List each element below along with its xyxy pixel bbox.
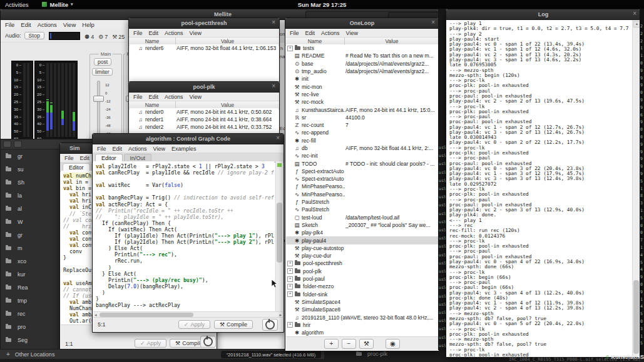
algorithm-titlebar[interactable]: algorithm : Control Graph Code × bbox=[93, 134, 284, 144]
menu-examples[interactable]: Examples bbox=[171, 146, 197, 152]
menu-file[interactable]: File bbox=[64, 155, 74, 161]
table-row[interactable]: +pool-plk bbox=[286, 268, 438, 275]
scrollbar-thumb[interactable] bbox=[277, 203, 282, 263]
table-row[interactable]: ✱algorithm bbox=[286, 329, 438, 336]
table-row[interactable]: ▤README# Read Me To start this on a new … bbox=[286, 52, 438, 59]
limiter-toggle[interactable]: limiter bbox=[92, 68, 113, 76]
table-row[interactable]: ƒPaulStretch bbox=[286, 198, 438, 206]
close-icon[interactable]: × bbox=[272, 19, 275, 26]
table-row[interactable]: +tests bbox=[286, 44, 438, 52]
clock[interactable]: Sun Mar 29 17:25 bbox=[298, 1, 347, 8]
table-row[interactable]: ∿rec-init bbox=[286, 152, 438, 159]
wrench-button[interactable]: ⚒ bbox=[359, 339, 374, 349]
algorithm-compile-button[interactable]: ⚒Compile bbox=[214, 320, 253, 329]
menu-edit[interactable]: Edit bbox=[80, 155, 90, 161]
menu-edit[interactable]: Edit bbox=[149, 94, 159, 100]
activities-button[interactable]: Activities bbox=[5, 1, 28, 8]
table-row[interactable]: ♫KunsthausStairca...AIFF, mono 24-bit in… bbox=[286, 106, 438, 113]
view-toggle-button[interactable] bbox=[14, 141, 22, 148]
table-row[interactable]: ✱play-plk4 bbox=[286, 229, 438, 236]
expander-icon[interactable]: + bbox=[287, 284, 293, 289]
expander-icon[interactable]: + bbox=[287, 276, 293, 282]
post-button[interactable]: post bbox=[94, 58, 111, 66]
table-row[interactable]: ♫dbAIFF, mono 32-bit float 44.1 kHz, 2:.… bbox=[286, 144, 438, 152]
table-row[interactable]: ℝsr44100.0 bbox=[286, 114, 438, 121]
menu-view[interactable]: View bbox=[63, 21, 76, 28]
table-row[interactable]: ⚒rec-live bbox=[286, 91, 438, 98]
log-text[interactable]: ---> play 1play-plk4: dir = true, t1 = 0… bbox=[449, 21, 632, 356]
slider-knob[interactable] bbox=[93, 96, 104, 102]
expander-icon[interactable]: + bbox=[287, 46, 293, 51]
menu-actions[interactable]: Actions bbox=[165, 30, 183, 36]
menu-file[interactable]: File bbox=[97, 146, 106, 152]
menu-file[interactable]: File bbox=[133, 30, 143, 36]
close-icon[interactable]: × bbox=[633, 11, 636, 17]
menu-actions[interactable]: Actions bbox=[128, 146, 147, 152]
table-row[interactable]: ƒSpect-extractAuto bbox=[286, 168, 438, 175]
table-row[interactable]: ▢test-loud/data/temp/test-loud.aif bbox=[286, 214, 438, 221]
log-titlebar[interactable]: Log × bbox=[446, 9, 640, 20]
expander-icon[interactable]: + bbox=[287, 261, 293, 266]
table-row[interactable]: ⚒play-cue-autostop bbox=[286, 244, 438, 252]
table-row[interactable]: ♫render1AIFF, mono 24-bit int 44.1 kHz, … bbox=[130, 116, 279, 123]
algorithm-code-editor[interactable]: val play2Idle = rPlay2.state < 1 || rPla… bbox=[93, 161, 274, 313]
table-row[interactable]: ⊙tmp_audio/data/projects/Almat/events/gr… bbox=[286, 68, 438, 75]
table-row[interactable]: ƒMinPhasePearso... bbox=[286, 183, 438, 190]
algorithm-apply-button[interactable]: ✓Apply bbox=[178, 320, 210, 329]
sim-power-button[interactable] bbox=[200, 336, 216, 348]
menu-edit[interactable]: Edit bbox=[305, 30, 315, 36]
table-row[interactable]: ⚒SimulateSpace4 bbox=[286, 298, 438, 306]
menu-help[interactable]: Help bbox=[82, 21, 95, 28]
table-row[interactable]: ∿MinPhasePearso... bbox=[286, 191, 438, 198]
table-row[interactable]: ∿PaulStretch bbox=[286, 206, 438, 213]
table-row[interactable]: ♫render0AIFF, mono 24-bit int 44.1 kHz, … bbox=[130, 108, 279, 116]
menu-view[interactable]: View bbox=[190, 30, 202, 36]
menu-view[interactable]: View bbox=[346, 30, 358, 36]
close-icon[interactable]: × bbox=[276, 135, 280, 141]
table-row[interactable]: ⚒rec-mock bbox=[286, 98, 438, 106]
table-row[interactable]: ▤TODO# TODO - init: should clear pools? … bbox=[286, 159, 438, 167]
table-row[interactable]: +folder-mezzo bbox=[286, 283, 438, 290]
app-menu[interactable]: Mellite ▾ bbox=[42, 1, 73, 8]
close-icon[interactable]: × bbox=[272, 83, 275, 89]
taskbar-item-proc-plk[interactable]: proc-plk bbox=[355, 351, 387, 357]
table-row[interactable]: +folder-sink bbox=[286, 291, 438, 298]
table-row[interactable]: ⚒play-cue-dur bbox=[286, 252, 438, 259]
scrollbar-thumb[interactable] bbox=[100, 313, 193, 317]
oneloop-titlebar[interactable]: OneLoop × bbox=[285, 18, 439, 29]
expander-icon[interactable]: + bbox=[287, 268, 293, 274]
plus-button[interactable]: + bbox=[324, 339, 339, 349]
menu-file[interactable]: File bbox=[133, 94, 143, 100]
sim-apply-button[interactable]: ✓Apply bbox=[135, 339, 166, 348]
table-row[interactable]: ⚒SimulateSpace8 bbox=[286, 306, 438, 313]
table-row[interactable]: ♫render6AIFF, mono 32-bit float 44.1 kHz… bbox=[130, 44, 279, 52]
plus-icon[interactable]: + bbox=[6, 351, 10, 358]
menu-actions[interactable]: Actions bbox=[165, 94, 183, 100]
other-locations-button[interactable]: Other Locations bbox=[15, 351, 55, 358]
menu-view[interactable]: View bbox=[190, 94, 202, 100]
table-row[interactable]: ∿Spect-extractAuto bbox=[286, 175, 438, 183]
algorithm-power-button[interactable] bbox=[262, 319, 278, 331]
menu-edit[interactable]: Edit bbox=[21, 21, 31, 28]
pool-plk-titlebar[interactable]: pool-plk × bbox=[129, 82, 279, 93]
expander-icon[interactable]: + bbox=[287, 322, 293, 328]
table-row[interactable]: +hrir bbox=[286, 321, 438, 329]
table-row[interactable]: ✱play-paul4 bbox=[286, 236, 438, 244]
table-row[interactable]: ▤Sketch_200307_ ## "local pools" Say we.… bbox=[286, 221, 438, 229]
table-row[interactable]: +pool-spectthresh bbox=[286, 259, 438, 267]
editor-vertical-scrollbar[interactable] bbox=[275, 161, 283, 311]
eye-button[interactable]: ◉ bbox=[386, 339, 400, 349]
table-row[interactable]: ♫20191218_1110 (a...WAVE, stereo 32-bit … bbox=[286, 313, 438, 321]
close-icon[interactable]: × bbox=[431, 19, 435, 26]
table-row[interactable]: ♫render2AIFF, mono 24-bit int 44.1 kHz, … bbox=[130, 123, 279, 131]
menu-edit[interactable]: Edit bbox=[149, 30, 159, 36]
menu-view[interactable]: View bbox=[153, 146, 165, 152]
menu-edit[interactable]: Edit bbox=[113, 146, 123, 152]
expander-icon[interactable]: + bbox=[287, 291, 293, 297]
menu-actions[interactable]: Actions bbox=[38, 21, 57, 28]
minus-button[interactable]: − bbox=[342, 339, 356, 349]
log-scrollbar[interactable]: ▲ bbox=[632, 20, 640, 356]
menu-actions[interactable]: Actions bbox=[321, 30, 340, 36]
table-row[interactable]: ℤrec-count7 bbox=[286, 121, 438, 129]
table-row[interactable]: ∿rec-append bbox=[286, 129, 438, 136]
